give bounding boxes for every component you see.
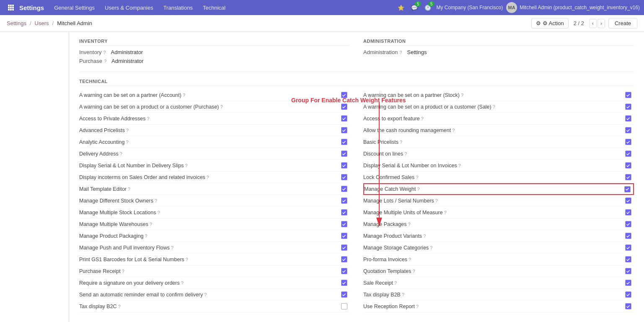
checkbox[interactable] bbox=[625, 162, 631, 169]
checkbox-label: Display Serial & Lot Number in Delivery … bbox=[79, 163, 338, 169]
checkbox[interactable] bbox=[625, 197, 631, 204]
menu-users-companies[interactable]: Users & Companies bbox=[101, 3, 158, 13]
help-icon: ? bbox=[423, 234, 426, 239]
checkbox[interactable] bbox=[625, 115, 631, 122]
checkbox-label: A warning can be set on a product or a c… bbox=[79, 104, 338, 110]
checkbox[interactable] bbox=[625, 303, 631, 309]
activities-icon[interactable]: 🕐 5 bbox=[423, 3, 433, 13]
help-icon: ? bbox=[145, 234, 147, 239]
help-icon: ? bbox=[400, 140, 402, 145]
checkbox-row: Advanced Pricelists ? bbox=[79, 125, 350, 136]
checkbox-row: A warning can be set on a product or a c… bbox=[79, 101, 350, 113]
checkbox-row: Manage Push and Pull inventory Flows ? bbox=[79, 242, 350, 254]
checkbox[interactable] bbox=[341, 280, 347, 286]
checkbox-label: Quotation Templates ? bbox=[363, 268, 622, 274]
checkbox[interactable] bbox=[625, 209, 631, 216]
topnav-right-area: ⭐ 💬 5 🕐 5 My Company (San Francisco) MA … bbox=[396, 2, 640, 13]
prev-button[interactable]: ‹ bbox=[589, 19, 597, 28]
svg-rect-1 bbox=[10, 5, 12, 6]
apps-menu-button[interactable] bbox=[4, 3, 18, 13]
checkbox[interactable] bbox=[341, 115, 347, 122]
checkbox[interactable] bbox=[341, 244, 347, 251]
checkbox-row: Analytic Accounting ? bbox=[79, 136, 350, 148]
checkbox-label: Tax display B2C ? bbox=[79, 304, 338, 309]
checkbox-label: Require a signature on your delivery ord… bbox=[79, 280, 338, 286]
checkbox[interactable] bbox=[625, 244, 631, 251]
checkbox[interactable] bbox=[341, 104, 347, 110]
checkbox[interactable] bbox=[341, 174, 347, 180]
checkbox[interactable] bbox=[625, 280, 631, 286]
checkbox[interactable] bbox=[341, 209, 347, 216]
help-icon: ? bbox=[157, 210, 160, 215]
checkbox-row: A warning can be set on a partner (Accou… bbox=[79, 89, 350, 101]
messages-icon[interactable]: 💬 5 bbox=[409, 3, 419, 13]
svg-rect-5 bbox=[12, 7, 14, 8]
checkbox[interactable] bbox=[341, 233, 347, 239]
checkbox-label: Delivery Address ? bbox=[79, 151, 338, 157]
checkbox[interactable] bbox=[341, 186, 347, 192]
inventory-label: Inventory bbox=[79, 49, 101, 55]
checkbox[interactable] bbox=[625, 256, 631, 262]
checkbox[interactable] bbox=[341, 162, 347, 169]
checkbox-label: Manage Product Packaging ? bbox=[79, 233, 338, 239]
next-button[interactable]: › bbox=[597, 19, 605, 28]
checkbox[interactable] bbox=[624, 186, 631, 192]
checkbox-row: Lock Confirmed Sales ? bbox=[363, 171, 634, 183]
menu-general-settings[interactable]: General Settings bbox=[50, 3, 99, 13]
checkbox[interactable] bbox=[341, 268, 347, 274]
checkbox[interactable] bbox=[625, 92, 631, 98]
checkbox-row: Tax display B2B ? bbox=[363, 289, 634, 301]
checkbox[interactable] bbox=[625, 104, 631, 110]
checkbox[interactable] bbox=[625, 291, 631, 298]
checkbox[interactable] bbox=[625, 221, 631, 227]
checkbox[interactable] bbox=[341, 256, 347, 262]
checkbox[interactable] bbox=[625, 268, 631, 274]
checkbox[interactable] bbox=[625, 139, 631, 145]
checkbox[interactable] bbox=[341, 127, 347, 133]
checkbox[interactable] bbox=[341, 291, 347, 298]
help-icon: ? bbox=[430, 245, 432, 250]
checkbox-row: Pro-forma Invoices ? bbox=[363, 254, 634, 265]
checkbox[interactable] bbox=[341, 303, 347, 309]
help-icon: ? bbox=[126, 128, 129, 133]
checkbox-label: A warning can be set on a product or a c… bbox=[363, 104, 622, 110]
checkbox[interactable] bbox=[341, 151, 347, 157]
checkbox[interactable] bbox=[341, 92, 347, 98]
breadcrumb-users[interactable]: Users bbox=[35, 20, 49, 26]
nav-arrows: ‹ › bbox=[589, 19, 605, 28]
checkbox-row: Manage Multiple Warehouses ? bbox=[79, 218, 350, 230]
help-icon: ? bbox=[417, 187, 419, 192]
create-button[interactable]: Create bbox=[608, 18, 637, 29]
menu-translations[interactable]: Translations bbox=[159, 3, 197, 13]
help-icon: ? bbox=[452, 128, 455, 133]
checkbox-label: Discount on lines ? bbox=[363, 151, 622, 157]
help-icon: ? bbox=[458, 163, 461, 168]
checkbox[interactable] bbox=[341, 197, 347, 204]
user-menu[interactable]: MA Mitchell Admin (product_catch_weight_… bbox=[506, 2, 640, 13]
checkbox-row: Discount on lines ? bbox=[363, 148, 634, 160]
help-icon: ? bbox=[408, 222, 411, 227]
checkbox-label: Manage Multiple Units of Measure ? bbox=[363, 210, 622, 216]
technical-section: TECHNICAL A warning can be set on a part… bbox=[79, 79, 634, 312]
bookmark-icon[interactable]: ⭐ bbox=[396, 3, 406, 13]
checkbox[interactable] bbox=[625, 127, 631, 133]
breadcrumb-settings[interactable]: Settings bbox=[7, 20, 26, 26]
action-button[interactable]: ⚙ ⚙ Action bbox=[531, 18, 569, 29]
section-divider bbox=[79, 72, 634, 72]
top-sections-row: INVENTORY Inventory ? Administrator Purc… bbox=[79, 39, 634, 67]
checkbox-row: Tax display B2C ? bbox=[79, 301, 350, 312]
checkbox[interactable] bbox=[625, 174, 631, 180]
checkbox[interactable] bbox=[341, 221, 347, 227]
help-icon: ? bbox=[444, 210, 447, 215]
help-icon: ? bbox=[186, 257, 188, 262]
menu-technical[interactable]: Technical bbox=[199, 3, 230, 13]
help-icon: ? bbox=[493, 104, 495, 109]
checkbox[interactable] bbox=[341, 139, 347, 145]
checkbox-label: Use Reception Report ? bbox=[363, 304, 622, 309]
checkbox[interactable] bbox=[625, 151, 631, 157]
help-icon: ? bbox=[204, 292, 207, 297]
checkbox[interactable] bbox=[625, 233, 631, 239]
administration-help: ? bbox=[399, 50, 402, 55]
help-icon: ? bbox=[128, 187, 130, 192]
help-icon: ? bbox=[155, 198, 157, 203]
